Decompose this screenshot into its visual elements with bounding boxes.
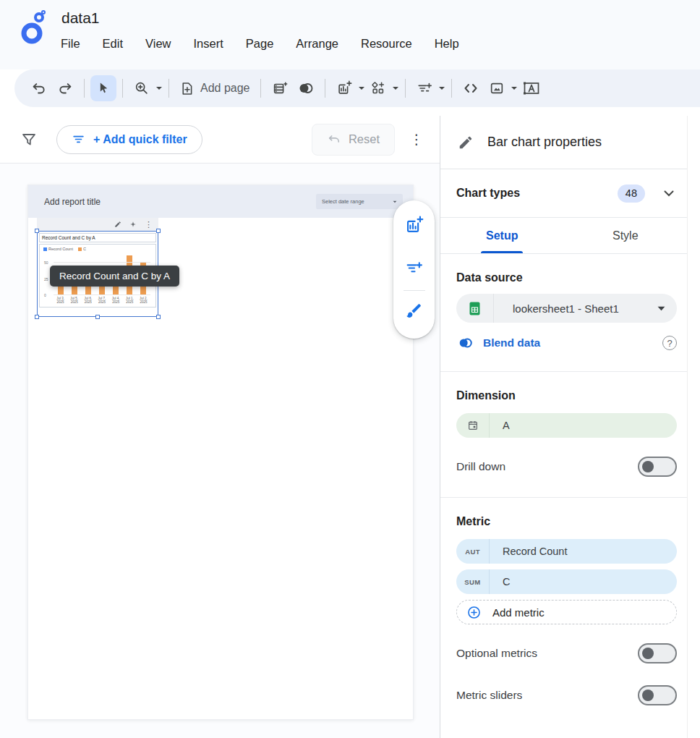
floating-toolbar (393, 200, 435, 339)
tab-setup[interactable]: Setup (440, 218, 564, 253)
calendar-icon (467, 420, 479, 431)
toggle-knob (642, 690, 654, 701)
edit-pencil-icon[interactable] (114, 221, 121, 228)
metric-field-chip[interactable]: SUM C (456, 569, 677, 594)
legend-item: C (78, 247, 86, 251)
legend-item: Record Count (43, 247, 73, 251)
chart-more-menu[interactable]: ⋮ (145, 221, 153, 229)
menu-help[interactable]: Help (435, 37, 459, 51)
menu-file[interactable]: File (61, 37, 80, 51)
add-control-icon[interactable] (405, 259, 423, 277)
blend-data-button[interactable] (293, 75, 319, 101)
drill-down-label: Drill down (456, 460, 505, 473)
optional-metrics-toggle[interactable] (638, 643, 677, 663)
menubar: File Edit View Insert Page Arrange Resou… (61, 37, 459, 51)
document-title[interactable]: data1 (61, 9, 100, 27)
add-metric-button[interactable]: Add metric (456, 600, 677, 624)
chart-legend: Record CountC (42, 246, 153, 253)
x-tick-label: Jul 1,2025 (126, 297, 134, 305)
menu-arrange[interactable]: Arrange (296, 37, 338, 51)
menu-insert[interactable]: Insert (194, 37, 223, 51)
legend-label: Record Count (48, 247, 73, 251)
data-source-heading: Data source (456, 271, 677, 284)
chart-types-row[interactable]: Chart types 48 (440, 169, 687, 218)
zoom-tool-button[interactable] (129, 75, 155, 101)
selection-handle[interactable] (156, 229, 161, 233)
chevron-down-icon[interactable] (664, 190, 674, 197)
date-range-control[interactable]: Select date range (316, 194, 403, 209)
reset-button[interactable]: Reset (312, 124, 395, 156)
blend-data-link[interactable]: Blend data (483, 336, 540, 349)
panel-scrollbar-gutter[interactable] (687, 116, 700, 738)
aggregation-label: AUT (465, 548, 480, 556)
app-header: data1 File Edit View Insert Page Arrange… (0, 0, 700, 69)
toolbar-divider (405, 79, 406, 98)
redo-button[interactable] (52, 75, 78, 101)
selection-handle[interactable] (95, 315, 100, 319)
chevron-down-icon[interactable] (511, 86, 518, 90)
add-metric-label: Add metric (492, 606, 545, 619)
select-tool-button[interactable] (90, 75, 116, 101)
add-control-button[interactable] (365, 75, 391, 101)
pencil-icon (458, 135, 474, 150)
selection-handle[interactable] (35, 229, 39, 233)
looker-studio-logo[interactable] (17, 9, 48, 46)
menu-view[interactable]: View (145, 37, 171, 51)
chevron-down-icon[interactable] (155, 86, 163, 90)
x-tick-label: Jul 6,2025 (84, 297, 92, 305)
properties-panel: Bar chart properties Chart types 48 Setu… (440, 116, 687, 738)
metric-sliders-label: Metric sliders (456, 689, 522, 702)
add-page-button[interactable]: Add page (175, 81, 255, 96)
chevron-down-icon[interactable] (438, 86, 445, 90)
metric-sliders-toggle[interactable] (638, 685, 677, 705)
drill-down-toggle[interactable] (638, 457, 677, 477)
embed-code-button[interactable] (458, 75, 484, 101)
text-box-icon (522, 80, 539, 97)
drill-down-row: Drill down (456, 457, 677, 477)
dimension-type (456, 413, 490, 438)
add-filter-control-button[interactable] (411, 75, 438, 101)
selection-handle[interactable] (156, 315, 161, 319)
metric-field-chip[interactable]: AUT Record Count (456, 539, 677, 564)
menu-edit[interactable]: Edit (103, 37, 123, 51)
tab-style[interactable]: Style (564, 218, 688, 253)
chevron-down-icon (657, 306, 665, 311)
dimension-heading: Dimension (456, 389, 677, 402)
insert-image-button[interactable] (484, 75, 510, 101)
data-source-selector[interactable]: lookersheet1 - Sheet1 (456, 294, 677, 323)
report-canvas[interactable]: Add report title Select date range ⋮ Rec… (0, 164, 440, 738)
data-source-name: lookersheet1 - Sheet1 (513, 302, 657, 315)
report-page[interactable]: Add report title Select date range ⋮ Rec… (27, 184, 414, 720)
menu-resource[interactable]: Resource (361, 37, 412, 51)
section-divider (440, 371, 687, 372)
chevron-down-icon[interactable] (392, 86, 399, 90)
add-control-icon (370, 80, 386, 96)
y-tick-label: 0 (44, 293, 46, 297)
dimension-field-chip[interactable]: A (456, 413, 677, 438)
toolbar-divider (84, 79, 85, 98)
add-chart-icon[interactable] (404, 216, 424, 235)
text-box-button[interactable] (518, 75, 544, 101)
add-page-icon (179, 81, 195, 96)
style-brush-icon[interactable] (405, 302, 423, 320)
y-tick-label: 25 (44, 277, 48, 281)
filter-funnel-icon[interactable] (20, 131, 38, 148)
zoom-icon (134, 80, 150, 96)
reset-label: Reset (349, 132, 380, 146)
chevron-down-icon (393, 200, 397, 203)
help-icon[interactable]: ? (662, 336, 677, 350)
undo-button[interactable] (26, 75, 52, 101)
add-quick-filter-button[interactable]: + Add quick filter (56, 125, 202, 154)
filter-bar-more-menu[interactable]: ⋮ (409, 131, 424, 148)
add-data-button[interactable] (267, 75, 293, 101)
metric-aggregation: AUT (456, 539, 490, 564)
x-axis-labels: Jul 3,2025Jul 5,2025Jul 6,2025Jul 7,2025… (54, 297, 150, 305)
panel-tabs: Setup Style (440, 218, 687, 254)
report-title[interactable]: Add report title (44, 197, 101, 207)
main-toolbar: Add page (14, 69, 700, 107)
add-chart-button[interactable] (331, 75, 357, 101)
selection-handle[interactable] (35, 315, 39, 319)
sparkle-icon[interactable] (129, 221, 137, 228)
menu-page[interactable]: Page (246, 37, 274, 51)
chevron-down-icon[interactable] (358, 86, 365, 90)
